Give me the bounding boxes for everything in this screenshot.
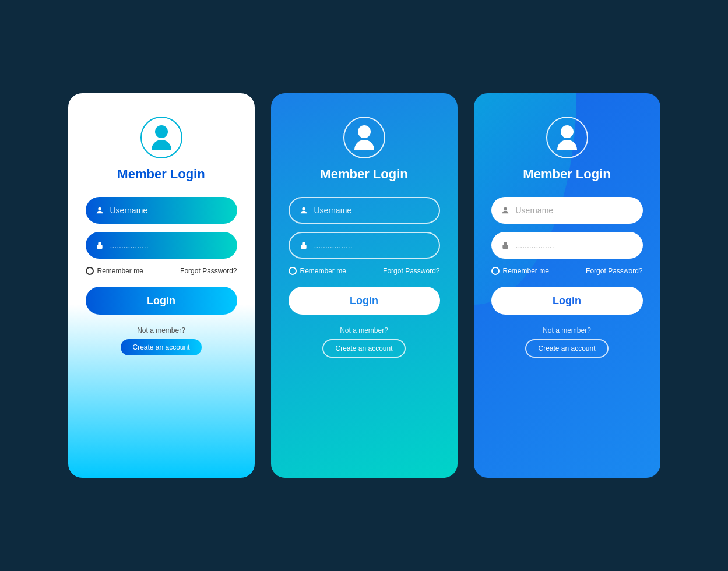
- lock-input-icon-1: [95, 241, 104, 250]
- password-input-1[interactable]: [110, 241, 228, 250]
- cards-container: Member Login Remember me Forgot Password…: [68, 93, 660, 478]
- lock-input-icon-2: [299, 241, 308, 250]
- avatar-1: [140, 117, 182, 158]
- user-icon-1: [152, 125, 171, 150]
- username-input-1[interactable]: [110, 206, 228, 215]
- lock-input-icon-3: [501, 241, 510, 250]
- login-button-1[interactable]: Login: [86, 287, 237, 315]
- user-input-icon-1: [95, 206, 104, 215]
- avatar-2: [343, 117, 385, 158]
- user-body-icon-2: [354, 140, 374, 150]
- svg-point-2: [302, 207, 305, 210]
- user-head-icon-3: [561, 125, 574, 138]
- remember-label-1: Remember me: [97, 267, 143, 275]
- password-field-3: [491, 232, 643, 259]
- login-card-3: Member Login Remember me Forgot Password…: [474, 93, 660, 478]
- remember-circle-3[interactable]: [491, 267, 500, 275]
- svg-point-0: [98, 207, 101, 210]
- remember-label-3: Remember me: [503, 267, 549, 275]
- remember-left-2: Remember me: [289, 267, 346, 275]
- remember-row-1: Remember me Forgot Password?: [86, 267, 237, 275]
- user-input-icon-3: [501, 206, 510, 215]
- user-head-icon-2: [358, 125, 371, 138]
- login-button-3[interactable]: Login: [491, 287, 643, 315]
- login-card-2: Member Login Remember me Forgot Password…: [271, 93, 458, 478]
- avatar-3: [546, 117, 588, 158]
- user-icon-3: [557, 125, 577, 150]
- username-field-2: [289, 197, 440, 224]
- user-head-icon: [155, 125, 168, 138]
- svg-rect-3: [301, 245, 306, 249]
- remember-label-2: Remember me: [300, 267, 346, 275]
- username-field-1: [86, 197, 237, 224]
- password-input-2[interactable]: [314, 241, 430, 250]
- remember-left-1: Remember me: [86, 267, 143, 275]
- not-member-label-3: Not a member?: [543, 326, 591, 334]
- remember-left-3: Remember me: [491, 267, 549, 275]
- card-1-title: Member Login: [117, 167, 205, 182]
- remember-row-2: Remember me Forgot Password?: [289, 267, 440, 275]
- svg-rect-5: [502, 245, 508, 249]
- login-button-2[interactable]: Login: [289, 287, 440, 315]
- user-body-icon: [152, 140, 171, 150]
- remember-circle-2[interactable]: [289, 267, 297, 275]
- not-member-label-1: Not a member?: [137, 326, 185, 334]
- svg-point-4: [504, 207, 507, 210]
- forgot-link-3[interactable]: Forgot Password?: [586, 267, 642, 275]
- forgot-link-2[interactable]: Forgot Password?: [383, 267, 439, 275]
- card-3-title: Member Login: [523, 167, 610, 182]
- svg-rect-1: [97, 245, 102, 249]
- user-icon-2: [354, 125, 374, 150]
- user-body-icon-3: [557, 140, 577, 150]
- forgot-link-1[interactable]: Forgot Password?: [180, 267, 237, 275]
- password-field-2: [289, 232, 440, 259]
- login-card-1: Member Login Remember me Forgot Password…: [68, 93, 255, 478]
- remember-circle-1[interactable]: [86, 267, 94, 275]
- card-2-title: Member Login: [320, 167, 407, 182]
- create-account-button-1[interactable]: Create an account: [121, 339, 201, 355]
- remember-row-3: Remember me Forgot Password?: [491, 267, 643, 275]
- username-input-3[interactable]: [516, 206, 634, 215]
- create-account-button-3[interactable]: Create an account: [525, 339, 608, 358]
- username-input-2[interactable]: [314, 206, 430, 215]
- user-input-icon-2: [299, 206, 308, 215]
- create-account-button-2[interactable]: Create an account: [322, 339, 405, 358]
- password-input-3[interactable]: [516, 241, 634, 250]
- not-member-label-2: Not a member?: [340, 326, 388, 334]
- password-field-1: [86, 232, 237, 259]
- username-field-3: [491, 197, 643, 224]
